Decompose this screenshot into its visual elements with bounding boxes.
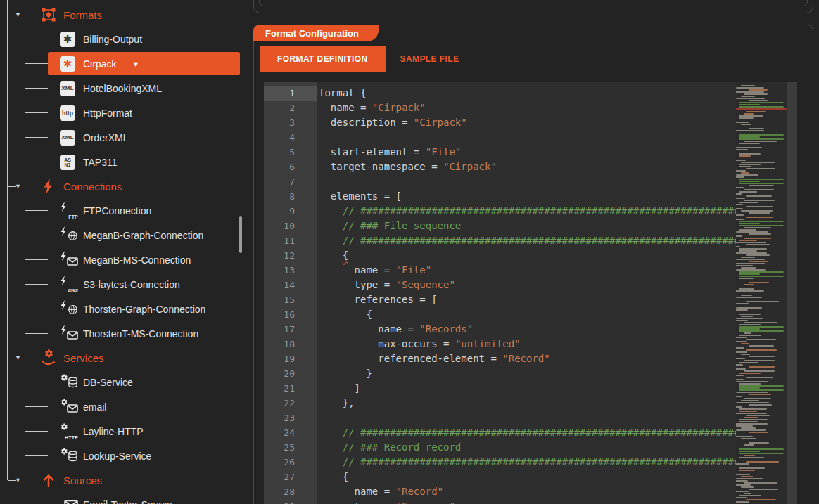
tab-format-definition[interactable]: FORMAT DEFINITION [260, 46, 386, 72]
code-line[interactable] [317, 411, 736, 425]
minimap-line [736, 87, 764, 89]
section-collapse-caret-icon[interactable]: ▼ [15, 477, 21, 484]
editor-scrollbar[interactable] [787, 82, 797, 504]
item-dropdown-caret-icon[interactable]: ▼ [132, 60, 139, 68]
minimap-line [746, 254, 770, 256]
tree-item-billing-output[interactable]: ✱Billing-Output [0, 27, 243, 51]
code-line[interactable]: }, [317, 396, 736, 411]
code-line[interactable]: name = "Record" [317, 484, 736, 499]
format-asterisk-icon: ✱ [60, 56, 78, 72]
code-line[interactable]: // #####################################… [317, 233, 736, 248]
sidebar-scrollbar-thumb[interactable] [239, 216, 242, 253]
minimap-line [736, 187, 744, 188]
editor-code[interactable]: format { name = "Cirpack" description = … [317, 82, 736, 504]
code-line[interactable]: type = "Sequence" [317, 278, 736, 292]
section-collapse-caret-icon[interactable]: ▼ [15, 11, 21, 18]
minimap-line [736, 446, 787, 448]
line-number: 21 [264, 381, 317, 396]
tree-item-label: Billing-Output [83, 34, 142, 45]
tree-item-httpformat[interactable]: httpHttpFormat [0, 101, 243, 125]
code-line[interactable]: { [317, 470, 736, 484]
code-line[interactable]: references = [ [317, 292, 736, 307]
tree-item-orderxml[interactable]: XMLOrderXML [0, 125, 243, 150]
minimap-line [736, 145, 787, 146]
tree-item-email[interactable]: email [0, 394, 243, 419]
minimap-line [739, 385, 785, 387]
minimap-line [739, 106, 785, 108]
minimap-line [739, 166, 751, 167]
code-editor[interactable]: 1234567891011121314151617181920212223242… [264, 82, 797, 504]
code-line[interactable]: name = "Records" [317, 322, 736, 337]
tree-item-meganb-graph-connection[interactable]: MeganB-Graph-Connection [0, 223, 243, 247]
minimap-line [741, 316, 753, 317]
section-collapse-caret-icon[interactable]: ▼ [15, 183, 21, 190]
code-line[interactable]: type = "Sequence" [317, 499, 736, 504]
tree-item-cirpack[interactable]: ✱Cirpack▼ [0, 51, 243, 76]
tree-item-label: Layline-HTTP [83, 426, 144, 437]
tree-item-meganb-ms-connection[interactable]: MeganB-MS-Connection [0, 247, 243, 272]
minimap-line [739, 457, 765, 458]
minimap-line [746, 217, 773, 218]
code-line[interactable] [317, 174, 736, 189]
tab-sample-file-label: SAMPLE FILE [400, 54, 459, 64]
code-line[interactable]: // ### Record record [317, 440, 736, 455]
code-line[interactable]: description = "Cirpack" [317, 115, 736, 130]
tree-item-tap311[interactable]: ASN1TAP311 [0, 150, 243, 174]
minimap-line [739, 117, 754, 119]
minimap-line [739, 155, 751, 157]
code-line[interactable]: { [317, 248, 736, 263]
minimap-line [746, 349, 776, 351]
code-line[interactable]: name = "Cirpack" [317, 101, 736, 115]
svc-db-icon [60, 374, 78, 391]
section-header-formats[interactable]: ▼Formats [0, 3, 243, 27]
code-line[interactable]: // #####################################… [317, 425, 736, 440]
code-line[interactable]: // ### File sequence [317, 219, 736, 233]
minimap-line [736, 318, 763, 319]
code-line[interactable]: referenced-element = "Record" [317, 351, 736, 366]
code-line[interactable]: elements = [ [317, 189, 736, 204]
tree-item-layline-http[interactable]: HTTPLayline-HTTP [0, 419, 243, 444]
conn-graph-icon [60, 301, 78, 318]
minimap-line [736, 235, 742, 237]
minimap-line [739, 104, 760, 105]
line-number: 19 [264, 351, 317, 366]
code-line[interactable]: target-namespace = "Cirpack" [317, 160, 736, 174]
code-line[interactable]: { [317, 307, 736, 322]
code-line[interactable]: // #####################################… [317, 455, 736, 470]
tree-item-thorstent-ms-connection[interactable]: ThorstenT-MS-Connection [0, 321, 243, 346]
minimap[interactable] [736, 82, 787, 504]
code-line[interactable]: // #####################################… [317, 204, 736, 219]
code-line[interactable]: start-element = "File" [317, 145, 736, 160]
tree-section-sources: ▼SourcesEmail-Tester-Source [0, 468, 243, 504]
collapsed-input-fragment [259, 0, 808, 6]
code-line[interactable]: format { [317, 86, 736, 101]
tree-item-db-service[interactable]: DB-Service [0, 370, 243, 394]
tree-item-thorsten-graph-connection[interactable]: Thorsten-Graph-Connection [0, 297, 243, 321]
tree-item-label: DB-Service [83, 377, 133, 388]
minimap-line [739, 134, 785, 136]
minimap-line [746, 168, 775, 169]
section-header-sources[interactable]: ▼Sources [0, 468, 243, 492]
code-line[interactable] [317, 130, 736, 145]
code-line[interactable]: ] [317, 381, 736, 396]
tree-item-email-tester-source[interactable]: Email-Tester-Source [0, 492, 243, 504]
code-line[interactable]: } [317, 366, 736, 381]
line-number: 16 [264, 307, 317, 322]
code-line[interactable]: name = "File" [317, 263, 736, 278]
main-area: Format Configuration FORMAT DEFINITION S… [243, 0, 819, 504]
tree-item-hotelbookingxml[interactable]: XMLHotelBookingXML [0, 76, 243, 101]
minimap-line [736, 429, 766, 431]
minimap-line [736, 434, 787, 435]
line-number: 27 [264, 470, 317, 484]
minimap-line [741, 295, 752, 296]
tree-item-lookup-service[interactable]: Lookup-Service [0, 444, 243, 468]
tab-sample-file[interactable]: SAMPLE FILE [386, 46, 474, 72]
tree-item-s3-laytest-connection[interactable]: awsS3-laytest-Connection [0, 272, 243, 297]
code-line[interactable]: max-occurs = "unlimited" [317, 337, 736, 351]
minimap-line [746, 461, 779, 463]
section-header-services[interactable]: ▼Services [0, 346, 243, 370]
minimap-line [739, 276, 785, 277]
section-collapse-caret-icon[interactable]: ▼ [15, 354, 21, 361]
section-header-connections[interactable]: ▼Connections [0, 174, 243, 198]
tree-item-ftpconnection[interactable]: FTPFTPConnection [0, 198, 243, 223]
